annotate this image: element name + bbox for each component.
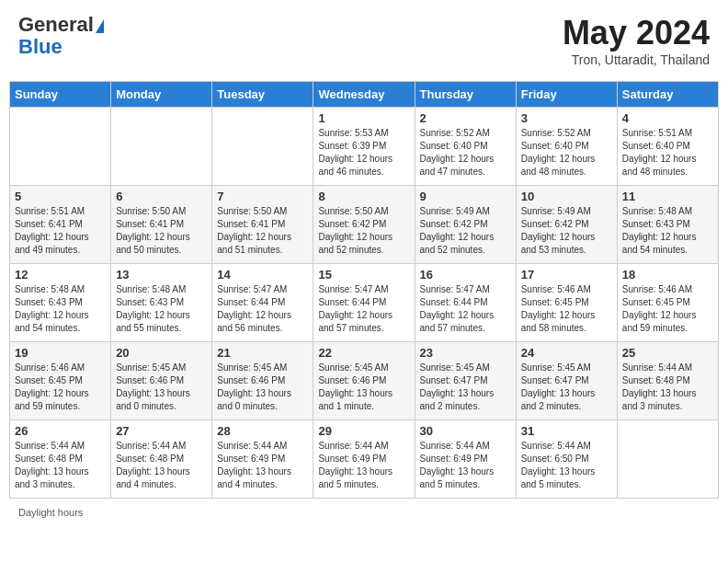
day-number: 4 [622, 111, 713, 125]
calendar-cell: 1Sunrise: 5:53 AM Sunset: 6:39 PM Daylig… [313, 108, 415, 186]
day-number: 17 [521, 268, 612, 282]
weekday-header-thursday: Thursday [415, 82, 516, 108]
weekday-header-row: SundayMondayTuesdayWednesdayThursdayFrid… [10, 82, 719, 108]
day-info: Sunrise: 5:53 AM Sunset: 6:39 PM Dayligh… [318, 127, 409, 178]
weekday-header-sunday: Sunday [10, 82, 111, 108]
day-number: 26 [15, 424, 106, 438]
day-number: 1 [318, 111, 409, 125]
weekday-header-wednesday: Wednesday [313, 82, 415, 108]
weekday-header-monday: Monday [111, 82, 212, 108]
day-info: Sunrise: 5:48 AM Sunset: 6:43 PM Dayligh… [116, 283, 207, 335]
day-info: Sunrise: 5:49 AM Sunset: 6:42 PM Dayligh… [521, 205, 612, 257]
calendar-table: SundayMondayTuesdayWednesdayThursdayFrid… [9, 81, 719, 499]
calendar-cell: 29Sunrise: 5:44 AM Sunset: 6:49 PM Dayli… [313, 420, 415, 499]
week-row-3: 12Sunrise: 5:48 AM Sunset: 6:43 PM Dayli… [10, 264, 719, 342]
day-info: Sunrise: 5:44 AM Sunset: 6:49 PM Dayligh… [318, 440, 409, 491]
day-info: Sunrise: 5:47 AM Sunset: 6:44 PM Dayligh… [217, 283, 308, 335]
location: Tron, Uttaradit, Thailand [563, 52, 710, 67]
daylight-label: Daylight hours [18, 507, 83, 518]
day-info: Sunrise: 5:46 AM Sunset: 6:45 PM Dayligh… [521, 283, 612, 335]
day-number: 11 [622, 190, 713, 203]
calendar-cell: 15Sunrise: 5:47 AM Sunset: 6:44 PM Dayli… [313, 264, 415, 342]
day-info: Sunrise: 5:50 AM Sunset: 6:41 PM Dayligh… [116, 205, 207, 257]
day-info: Sunrise: 5:44 AM Sunset: 6:49 PM Dayligh… [217, 440, 308, 491]
month-title: May 2024 [563, 14, 710, 52]
day-number: 15 [318, 268, 409, 282]
day-info: Sunrise: 5:44 AM Sunset: 6:50 PM Dayligh… [521, 440, 612, 491]
day-number: 12 [15, 268, 106, 282]
calendar-cell: 19Sunrise: 5:46 AM Sunset: 6:45 PM Dayli… [10, 342, 111, 420]
day-number: 7 [217, 190, 308, 203]
calendar-cell: 5Sunrise: 5:51 AM Sunset: 6:41 PM Daylig… [10, 186, 111, 264]
day-info: Sunrise: 5:45 AM Sunset: 6:47 PM Dayligh… [521, 362, 612, 413]
calendar-cell: 28Sunrise: 5:44 AM Sunset: 6:49 PM Dayli… [212, 420, 313, 499]
calendar-cell: 17Sunrise: 5:46 AM Sunset: 6:45 PM Dayli… [516, 264, 617, 342]
day-info: Sunrise: 5:44 AM Sunset: 6:48 PM Dayligh… [15, 440, 106, 491]
day-number: 19 [15, 346, 106, 360]
calendar-cell: 7Sunrise: 5:50 AM Sunset: 6:41 PM Daylig… [212, 186, 313, 264]
day-info: Sunrise: 5:48 AM Sunset: 6:43 PM Dayligh… [622, 205, 713, 257]
day-info: Sunrise: 5:45 AM Sunset: 6:46 PM Dayligh… [217, 362, 308, 413]
calendar-cell: 24Sunrise: 5:45 AM Sunset: 6:47 PM Dayli… [516, 342, 617, 420]
day-info: Sunrise: 5:46 AM Sunset: 6:45 PM Dayligh… [622, 283, 713, 335]
day-number: 27 [116, 424, 207, 438]
title-block: May 2024 Tron, Uttaradit, Thailand [563, 14, 710, 67]
day-number: 9 [420, 190, 511, 203]
day-number: 31 [521, 424, 612, 438]
day-info: Sunrise: 5:45 AM Sunset: 6:46 PM Dayligh… [116, 362, 207, 413]
day-number: 20 [116, 346, 207, 360]
calendar-cell: 20Sunrise: 5:45 AM Sunset: 6:46 PM Dayli… [111, 342, 212, 420]
calendar-cell: 2Sunrise: 5:52 AM Sunset: 6:40 PM Daylig… [415, 108, 516, 186]
day-info: Sunrise: 5:49 AM Sunset: 6:42 PM Dayligh… [420, 205, 511, 257]
calendar-cell: 10Sunrise: 5:49 AM Sunset: 6:42 PM Dayli… [516, 186, 617, 264]
week-row-2: 5Sunrise: 5:51 AM Sunset: 6:41 PM Daylig… [10, 186, 719, 264]
logo-line2: Blue [18, 36, 63, 58]
day-info: Sunrise: 5:44 AM Sunset: 6:49 PM Dayligh… [420, 440, 511, 491]
day-info: Sunrise: 5:50 AM Sunset: 6:42 PM Dayligh… [318, 205, 409, 257]
calendar-cell: 18Sunrise: 5:46 AM Sunset: 6:45 PM Dayli… [617, 264, 718, 342]
calendar-cell [111, 108, 212, 186]
day-number: 29 [318, 424, 409, 438]
day-number: 30 [420, 424, 511, 438]
logo-line1: General [18, 14, 104, 36]
calendar-cell: 23Sunrise: 5:45 AM Sunset: 6:47 PM Dayli… [415, 342, 516, 420]
calendar-cell [10, 108, 111, 186]
calendar-cell: 12Sunrise: 5:48 AM Sunset: 6:43 PM Dayli… [10, 264, 111, 342]
calendar-cell: 21Sunrise: 5:45 AM Sunset: 6:46 PM Dayli… [212, 342, 313, 420]
day-number: 22 [318, 346, 409, 360]
calendar-cell: 6Sunrise: 5:50 AM Sunset: 6:41 PM Daylig… [111, 186, 212, 264]
day-number: 5 [15, 190, 106, 203]
footer: Daylight hours [9, 504, 719, 521]
day-number: 18 [622, 268, 713, 282]
day-info: Sunrise: 5:45 AM Sunset: 6:46 PM Dayligh… [318, 362, 409, 413]
day-info: Sunrise: 5:44 AM Sunset: 6:48 PM Dayligh… [116, 440, 207, 491]
day-info: Sunrise: 5:47 AM Sunset: 6:44 PM Dayligh… [318, 283, 409, 335]
calendar-cell: 4Sunrise: 5:51 AM Sunset: 6:40 PM Daylig… [617, 108, 718, 186]
calendar-cell: 11Sunrise: 5:48 AM Sunset: 6:43 PM Dayli… [617, 186, 718, 264]
day-number: 21 [217, 346, 308, 360]
calendar-cell: 26Sunrise: 5:44 AM Sunset: 6:48 PM Dayli… [10, 420, 111, 499]
day-number: 16 [420, 268, 511, 282]
day-number: 6 [116, 190, 207, 203]
calendar-cell [212, 108, 313, 186]
calendar-cell: 22Sunrise: 5:45 AM Sunset: 6:46 PM Dayli… [313, 342, 415, 420]
weekday-header-friday: Friday [516, 82, 617, 108]
day-number: 2 [420, 111, 511, 125]
day-info: Sunrise: 5:48 AM Sunset: 6:43 PM Dayligh… [15, 283, 106, 335]
day-number: 23 [420, 346, 511, 360]
calendar-cell: 3Sunrise: 5:52 AM Sunset: 6:40 PM Daylig… [516, 108, 617, 186]
weekday-header-saturday: Saturday [617, 82, 718, 108]
calendar-cell: 8Sunrise: 5:50 AM Sunset: 6:42 PM Daylig… [313, 186, 415, 264]
week-row-1: 1Sunrise: 5:53 AM Sunset: 6:39 PM Daylig… [10, 108, 719, 186]
calendar-cell: 16Sunrise: 5:47 AM Sunset: 6:44 PM Dayli… [415, 264, 516, 342]
week-row-5: 26Sunrise: 5:44 AM Sunset: 6:48 PM Dayli… [10, 420, 719, 499]
day-number: 14 [217, 268, 308, 282]
day-number: 3 [521, 111, 612, 125]
day-info: Sunrise: 5:51 AM Sunset: 6:41 PM Dayligh… [15, 205, 106, 257]
calendar-cell: 30Sunrise: 5:44 AM Sunset: 6:49 PM Dayli… [415, 420, 516, 499]
day-info: Sunrise: 5:46 AM Sunset: 6:45 PM Dayligh… [15, 362, 106, 413]
day-number: 13 [116, 268, 207, 282]
calendar-cell: 9Sunrise: 5:49 AM Sunset: 6:42 PM Daylig… [415, 186, 516, 264]
week-row-4: 19Sunrise: 5:46 AM Sunset: 6:45 PM Dayli… [10, 342, 719, 420]
day-info: Sunrise: 5:50 AM Sunset: 6:41 PM Dayligh… [217, 205, 308, 257]
